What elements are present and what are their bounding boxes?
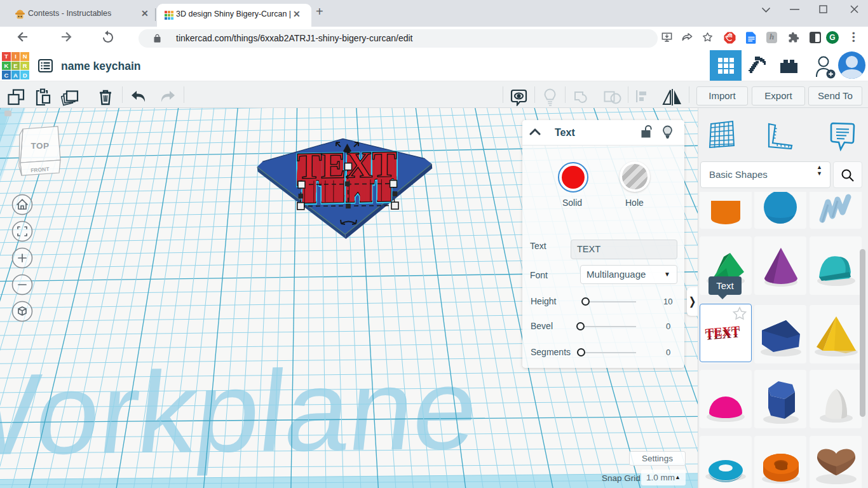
svg-text:FRONT: FRONT: [31, 166, 50, 173]
svg-text:Workplane: Workplane: [0, 344, 485, 480]
svg-text:TOP: TOP: [31, 141, 49, 151]
